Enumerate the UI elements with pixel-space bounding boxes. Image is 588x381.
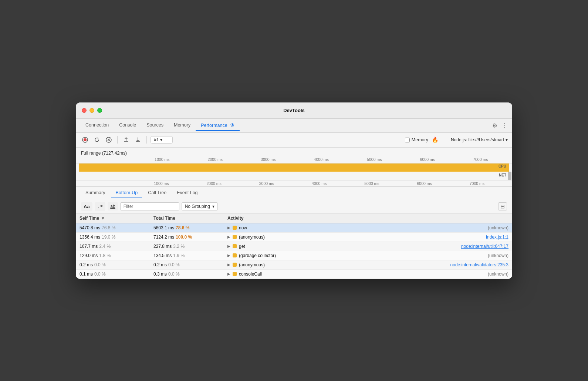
toolbar: #1 ▾ Memory 🔥 Node.js: file:///Users/stm… [76,133,512,148]
time-marker: 3000 ms [242,157,295,162]
maximize-button[interactable] [97,108,102,113]
self-time-pct: 0.0 % [94,262,106,267]
tab-call-tree[interactable]: Call Tree [143,188,171,198]
time-marker: 4000 ms [295,157,348,162]
col-self-time[interactable]: Self Time ▾ [76,213,150,223]
profile-selector[interactable]: #1 ▾ [151,136,173,144]
time-marker-b4: 4000 ms [293,181,345,186]
total-time-pct: 1.9 % [173,253,185,258]
tab-sources[interactable]: Sources [141,120,169,131]
sidebar-toggle[interactable]: ⊟ [498,202,507,210]
cell-activity: ▶(anonymous)node:internal/validators:235… [224,260,512,269]
activity-name: get [239,244,245,249]
cell-self-time: 167.7 ms2.4 % [76,242,150,251]
cell-activity: ▶(garbage collector)(unknown) [224,251,512,260]
range-label: Full range (7127.42ms) [81,151,507,156]
col-activity[interactable]: Activity [224,213,512,223]
total-time-pct: 0.0 % [168,262,180,267]
scrollbar-handle[interactable] [508,172,511,180]
activity-color [233,253,237,257]
total-time-ms: 227.8 ms [153,244,172,249]
activity-name: now [239,225,247,230]
activity-source[interactable]: index.js:1:1 [486,235,508,240]
cell-self-time: 0.1 ms0.0 % [76,269,150,279]
more-icon[interactable]: ⋮ [502,122,508,129]
expand-arrow[interactable]: ▶ [227,244,230,248]
cell-total-time: 7124.2 ms100.0 % [150,232,224,242]
target-selector[interactable]: Node.js: file:///Users/stmart ▾ [451,137,508,142]
upload-button[interactable] [121,135,131,145]
activity-source[interactable]: node:internal/validators:235:3 [450,262,508,267]
self-time-ms: 167.7 ms [80,244,98,249]
total-time-ms: 0.2 ms [153,262,167,267]
self-time-pct: 0.0 % [94,272,106,277]
time-marker [82,157,136,162]
tab-memory[interactable]: Memory [169,120,196,131]
tab-event-log[interactable]: Event Log [172,188,202,198]
download-button[interactable] [133,135,143,145]
activity-color [233,263,237,267]
activity-source: (unknown) [488,225,508,230]
time-marker: 5000 ms [348,157,401,162]
self-time-pct: 76.8 % [102,225,115,230]
activity-source[interactable]: node:internal/util:647:17 [461,244,508,249]
grouping-select[interactable]: No Grouping ▾ [182,202,218,210]
regex-button[interactable]: .* [95,202,106,211]
expand-arrow[interactable]: ▶ [227,235,230,239]
time-marker-b1: 1000 ms [135,181,187,186]
expand-arrow[interactable]: ▶ [227,263,230,267]
expand-arrow[interactable]: ▶ [227,272,230,276]
expand-arrow[interactable]: ▶ [227,226,230,230]
record-button[interactable] [80,135,90,145]
total-time-ms: 5603.1 ms [153,225,174,230]
minimize-button[interactable] [89,108,94,113]
match-case-button[interactable]: Aa [81,202,92,211]
whole-word-button[interactable]: ab [108,202,118,210]
self-time-ms: 5470.8 ms [80,225,100,230]
sort-icon: ▾ [102,216,104,221]
memory-checkbox-input[interactable] [405,138,410,142]
tab-performance[interactable]: Performance ⚗ [196,120,240,131]
window-title: DevTools [283,108,305,113]
filter-input[interactable] [120,202,179,210]
memory-checkbox[interactable]: Memory [405,137,428,142]
activity-color [233,272,237,276]
time-marker-b6: 6000 ms [398,181,451,186]
tab-summary[interactable]: Summary [81,188,109,198]
activity-color [233,235,237,239]
self-time-ms: 0.2 ms [80,262,93,267]
cpu-bar[interactable]: CPU [79,163,509,172]
activity-name: (anonymous) [239,262,265,267]
total-time-ms: 134.5 ms [153,253,172,258]
nav-tabs: Connection Console Sources Memory Perfor… [76,119,512,133]
time-marker-b7: 7000 ms [451,181,503,186]
cell-activity: ▶consoleCall(unknown) [224,270,512,279]
activity-color [233,244,237,248]
expand-arrow[interactable]: ▶ [227,253,230,257]
activity-name: (garbage collector) [239,253,276,258]
cell-activity: ▶now(unknown) [224,223,512,232]
time-marker-b5: 5000 ms [345,181,398,186]
total-time-pct: 100.0 % [176,235,192,240]
table-row: 0.2 ms0.0 %0.2 ms0.0 %▶(anonymous)node:i… [76,260,512,269]
time-markers-bottom: 1000 ms 2000 ms 3000 ms 4000 ms 5000 ms … [76,181,512,187]
cell-self-time: 1356.4 ms19.0 % [76,232,150,242]
tab-connection[interactable]: Connection [80,120,114,131]
settings-icon[interactable]: ⚙ [492,122,497,129]
performance-table: Self Time ▾ Total Time Activity 5470.8 m… [76,213,512,279]
flame-icon[interactable]: 🔥 [430,135,440,145]
col-total-time[interactable]: Total Time [150,213,224,223]
time-markers-top: 1000 ms 2000 ms 3000 ms 4000 ms 5000 ms … [81,157,507,162]
self-time-pct: 1.8 % [99,253,111,258]
total-time-ms: 0.3 ms [153,272,167,277]
clear-button[interactable] [104,135,114,145]
total-time-ms: 7124.2 ms [153,235,174,240]
total-time-pct: 0.0 % [168,272,180,277]
time-marker: 7000 ms [454,157,507,162]
reload-button[interactable] [92,135,102,145]
cell-activity: ▶(anonymous)index.js:1:1 [224,233,512,242]
table-row: 5470.8 ms76.8 %5603.1 ms78.6 %▶now(unkno… [76,223,512,232]
tab-console[interactable]: Console [114,120,141,131]
close-button[interactable] [82,108,87,113]
tab-bottom-up[interactable]: Bottom-Up [111,188,142,198]
